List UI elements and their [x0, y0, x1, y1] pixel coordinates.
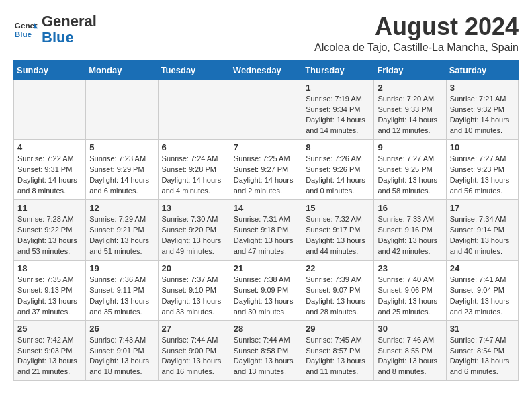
- svg-text:Blue: Blue: [15, 30, 32, 38]
- cell-info: Sunrise: 7:44 AMSunset: 9:00 PMDaylight:…: [162, 335, 226, 378]
- cell-info: Sunrise: 7:20 AMSunset: 9:33 PMDaylight:…: [378, 94, 442, 137]
- cell-info: Sunrise: 7:35 AMSunset: 9:13 PMDaylight:…: [17, 275, 82, 318]
- cell-info: Sunrise: 7:30 AMSunset: 9:20 PMDaylight:…: [162, 214, 226, 257]
- calendar-cell: 22Sunrise: 7:39 AMSunset: 9:07 PMDayligh…: [302, 260, 374, 320]
- day-number: 1: [306, 83, 370, 93]
- logo-icon: General Blue: [13, 17, 38, 42]
- weekday-header-friday: Friday: [374, 60, 446, 79]
- cell-info: Sunrise: 7:23 AMSunset: 9:29 PMDaylight:…: [89, 154, 154, 197]
- cell-info: Sunrise: 7:47 AMSunset: 8:54 PMDaylight:…: [450, 335, 515, 378]
- day-number: 31: [450, 324, 515, 334]
- logo-text: General Blue: [42, 13, 97, 46]
- cell-info: Sunrise: 7:24 AMSunset: 9:28 PMDaylight:…: [162, 154, 226, 197]
- cell-info: Sunrise: 7:21 AMSunset: 9:32 PMDaylight:…: [450, 94, 515, 137]
- calendar-cell: 9Sunrise: 7:27 AMSunset: 9:25 PMDaylight…: [374, 140, 446, 200]
- day-number: 5: [89, 142, 154, 152]
- calendar-cell: 2Sunrise: 7:20 AMSunset: 9:33 PMDaylight…: [374, 79, 446, 140]
- weekday-header-monday: Monday: [86, 60, 158, 79]
- calendar-cell: 14Sunrise: 7:31 AMSunset: 9:18 PMDayligh…: [230, 200, 302, 261]
- calendar-table: SundayMondayTuesdayWednesdayThursdayFrid…: [13, 60, 519, 381]
- day-number: 20: [162, 263, 226, 273]
- calendar-cell: 24Sunrise: 7:41 AMSunset: 9:04 PMDayligh…: [446, 260, 518, 320]
- calendar-cell: 10Sunrise: 7:27 AMSunset: 9:23 PMDayligh…: [446, 140, 518, 200]
- day-number: 21: [234, 263, 298, 273]
- cell-info: Sunrise: 7:39 AMSunset: 9:07 PMDaylight:…: [306, 275, 370, 318]
- cell-info: Sunrise: 7:34 AMSunset: 9:14 PMDaylight:…: [450, 214, 515, 257]
- cell-info: Sunrise: 7:37 AMSunset: 9:10 PMDaylight:…: [162, 275, 226, 318]
- day-number: 11: [17, 203, 82, 213]
- weekday-header-saturday: Saturday: [446, 60, 518, 79]
- cell-info: Sunrise: 7:46 AMSunset: 8:55 PMDaylight:…: [378, 335, 442, 378]
- cell-info: Sunrise: 7:43 AMSunset: 9:01 PMDaylight:…: [89, 335, 154, 378]
- day-number: 12: [89, 203, 154, 213]
- calendar-cell: [158, 79, 230, 140]
- day-number: 13: [162, 203, 226, 213]
- title-block: August 2024 Alcolea de Tajo, Castille-La…: [314, 13, 519, 54]
- day-number: 19: [89, 263, 154, 273]
- calendar-cell: [86, 79, 158, 140]
- day-number: 4: [17, 142, 82, 152]
- calendar-cell: 12Sunrise: 7:29 AMSunset: 9:21 PMDayligh…: [86, 200, 158, 261]
- day-number: 24: [450, 263, 515, 273]
- calendar-cell: 17Sunrise: 7:34 AMSunset: 9:14 PMDayligh…: [446, 200, 518, 261]
- day-number: 23: [378, 263, 442, 273]
- day-number: 22: [306, 263, 370, 273]
- weekday-header-tuesday: Tuesday: [158, 60, 230, 79]
- cell-info: Sunrise: 7:42 AMSunset: 9:03 PMDaylight:…: [17, 335, 82, 378]
- day-number: 9: [378, 142, 442, 152]
- calendar-cell: 23Sunrise: 7:40 AMSunset: 9:06 PMDayligh…: [374, 260, 446, 320]
- calendar-cell: 19Sunrise: 7:36 AMSunset: 9:11 PMDayligh…: [86, 260, 158, 320]
- page-header: General Blue General Blue August 2024 Al…: [13, 13, 519, 54]
- cell-info: Sunrise: 7:33 AMSunset: 9:16 PMDaylight:…: [378, 214, 442, 257]
- calendar-cell: 21Sunrise: 7:38 AMSunset: 9:09 PMDayligh…: [230, 260, 302, 320]
- weekday-header-thursday: Thursday: [302, 60, 374, 79]
- calendar-cell: 13Sunrise: 7:30 AMSunset: 9:20 PMDayligh…: [158, 200, 230, 261]
- cell-info: Sunrise: 7:31 AMSunset: 9:18 PMDaylight:…: [234, 214, 298, 257]
- calendar-cell: 27Sunrise: 7:44 AMSunset: 9:00 PMDayligh…: [158, 320, 230, 381]
- day-number: 30: [378, 324, 442, 334]
- calendar-cell: 11Sunrise: 7:28 AMSunset: 9:22 PMDayligh…: [14, 200, 86, 261]
- day-number: 3: [450, 83, 515, 93]
- cell-info: Sunrise: 7:27 AMSunset: 9:23 PMDaylight:…: [450, 154, 515, 197]
- cell-info: Sunrise: 7:25 AMSunset: 9:27 PMDaylight:…: [234, 154, 298, 197]
- cell-info: Sunrise: 7:26 AMSunset: 9:26 PMDaylight:…: [306, 154, 370, 197]
- logo: General Blue General Blue: [13, 13, 97, 46]
- cell-info: Sunrise: 7:41 AMSunset: 9:04 PMDaylight:…: [450, 275, 515, 318]
- day-number: 14: [234, 203, 298, 213]
- day-number: 26: [89, 324, 154, 334]
- weekday-header-sunday: Sunday: [14, 60, 86, 79]
- cell-info: Sunrise: 7:32 AMSunset: 9:17 PMDaylight:…: [306, 214, 370, 257]
- calendar-cell: 15Sunrise: 7:32 AMSunset: 9:17 PMDayligh…: [302, 200, 374, 261]
- day-number: 29: [306, 324, 370, 334]
- calendar-cell: [14, 79, 86, 140]
- calendar-cell: 28Sunrise: 7:44 AMSunset: 8:58 PMDayligh…: [230, 320, 302, 381]
- calendar-cell: 5Sunrise: 7:23 AMSunset: 9:29 PMDaylight…: [86, 140, 158, 200]
- cell-info: Sunrise: 7:44 AMSunset: 8:58 PMDaylight:…: [234, 335, 298, 378]
- cell-info: Sunrise: 7:27 AMSunset: 9:25 PMDaylight:…: [378, 154, 442, 197]
- day-number: 15: [306, 203, 370, 213]
- calendar-cell: 3Sunrise: 7:21 AMSunset: 9:32 PMDaylight…: [446, 79, 518, 140]
- day-number: 18: [17, 263, 82, 273]
- cell-info: Sunrise: 7:36 AMSunset: 9:11 PMDaylight:…: [89, 275, 154, 318]
- calendar-cell: 25Sunrise: 7:42 AMSunset: 9:03 PMDayligh…: [14, 320, 86, 381]
- calendar-cell: 1Sunrise: 7:19 AMSunset: 9:34 PMDaylight…: [302, 79, 374, 140]
- month-year: August 2024: [314, 13, 519, 40]
- day-number: 27: [162, 324, 226, 334]
- day-number: 10: [450, 142, 515, 152]
- cell-info: Sunrise: 7:38 AMSunset: 9:09 PMDaylight:…: [234, 275, 298, 318]
- day-number: 6: [162, 142, 226, 152]
- day-number: 2: [378, 83, 442, 93]
- cell-info: Sunrise: 7:19 AMSunset: 9:34 PMDaylight:…: [306, 94, 370, 137]
- cell-info: Sunrise: 7:28 AMSunset: 9:22 PMDaylight:…: [17, 214, 82, 257]
- calendar-cell: 7Sunrise: 7:25 AMSunset: 9:27 PMDaylight…: [230, 140, 302, 200]
- calendar-cell: 8Sunrise: 7:26 AMSunset: 9:26 PMDaylight…: [302, 140, 374, 200]
- calendar-cell: 30Sunrise: 7:46 AMSunset: 8:55 PMDayligh…: [374, 320, 446, 381]
- calendar-cell: 4Sunrise: 7:22 AMSunset: 9:31 PMDaylight…: [14, 140, 86, 200]
- day-number: 28: [234, 324, 298, 334]
- day-number: 7: [234, 142, 298, 152]
- calendar-cell: 20Sunrise: 7:37 AMSunset: 9:10 PMDayligh…: [158, 260, 230, 320]
- calendar-cell: 6Sunrise: 7:24 AMSunset: 9:28 PMDaylight…: [158, 140, 230, 200]
- cell-info: Sunrise: 7:45 AMSunset: 8:57 PMDaylight:…: [306, 335, 370, 378]
- cell-info: Sunrise: 7:22 AMSunset: 9:31 PMDaylight:…: [17, 154, 82, 197]
- calendar-cell: [230, 79, 302, 140]
